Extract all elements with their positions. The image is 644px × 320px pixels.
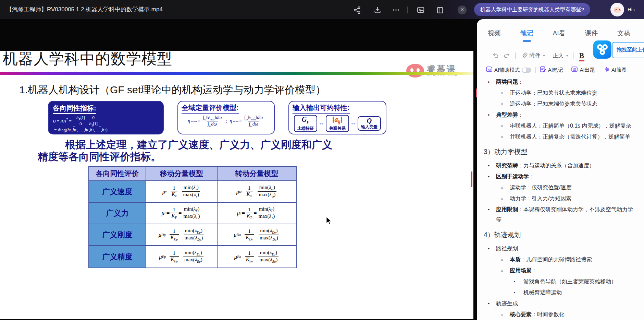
avatar-eye (616, 9, 617, 10)
ai-mindmap-icon (603, 66, 610, 74)
bullet-marker: ○ (501, 309, 510, 320)
avatar-blush (619, 10, 621, 11)
bullet-marker: ○ (501, 182, 510, 193)
tab-1[interactable]: 视频 (488, 29, 501, 42)
bullet-marker: ○ (501, 265, 510, 276)
tab-3[interactable]: AI看 (553, 29, 566, 42)
table-header-cell: 移动分量模型 (146, 167, 218, 181)
rainbow-divider (0, 72, 473, 75)
assistant-avatar[interactable] (610, 3, 624, 16)
notes-panel: 视频笔记AI看课件文稿 附件 正文 B (477, 19, 644, 320)
chevron-down-icon (566, 55, 569, 57)
note-item: ○动力学：引入力/力矩因素 (484, 193, 634, 204)
note-section: 4）轨迹规划 (484, 229, 634, 240)
undo-icon[interactable] (492, 52, 499, 59)
bullet-marker: ○ (501, 254, 510, 265)
redo-icon[interactable] (503, 52, 510, 59)
bullet-marker: ● (488, 244, 496, 254)
note-item: ○本质：几何空间的无碰撞路径搜索 (484, 254, 634, 265)
bullet-marker: ○ (501, 132, 510, 142)
isotropy-index-box: 各向同性指标: B = AAT = hF[I]0 0hT[I] = diag(h… (48, 101, 164, 134)
global-evaluation-box: 全域定量评价模型: ηvmax = ∫ω‖vmax‖dω∫ωdω ； ηvmin… (177, 101, 275, 134)
io-chain-node: Q输入变量 (358, 116, 381, 131)
note-item: ▪机械臂避障运动 (484, 287, 634, 298)
download-icon[interactable] (373, 6, 382, 14)
picture-in-picture-icon[interactable] (417, 6, 425, 14)
ai-tools-bar: AIAI辅助模式AI笔记100AI出题AI脑图 (486, 65, 627, 75)
io-reducibility-box: 输入输出可约特性: GF末端特征⇔[aij]关联关系⇔Q输入变量 (288, 101, 386, 134)
mouse-cursor (325, 217, 332, 225)
bullet-marker: ● (488, 204, 496, 225)
bullet-marker: ○ (501, 193, 510, 204)
more-options-icon[interactable] (392, 6, 400, 14)
lecture-slide: 机器人学科中的数学模型 睿慕课 AIIMOOC.COM 1.机器人机构设计（GF… (0, 51, 473, 319)
assistant-greeting[interactable]: Hi› (628, 0, 635, 19)
table-row-label: 广义刚度 (89, 224, 146, 246)
ai-tool-4[interactable]: AI脑图 (603, 66, 627, 74)
note-item: ○核心要素：时间参数化 (484, 309, 634, 320)
note-item: ●应用限制：本课程仅研究刚体动力学，不涉及空气动力学等 (484, 204, 634, 225)
eta-formula: ηvmax = ∫ω‖vmax‖dω∫ωdω ； ηvmin = ∫ω‖vmin… (182, 115, 271, 128)
note-item: ●两类问题： (484, 77, 634, 87)
note-item: ○运动学：仅研究位置/速度 (484, 182, 634, 193)
isotropy-table: 各向同性评价移动分量模型转动分量模型广义速度μv = 1Kv = min(λv)… (88, 166, 297, 268)
note-item: ○并联机器人：正解复杂（需迭代计算），逆解简单 (484, 132, 634, 142)
io-chain: GF末端特征⇔[aij]关联关系⇔Q输入变量 (293, 115, 382, 132)
bullet-marker: ● (488, 77, 496, 87)
svg-text:100: 100 (573, 68, 577, 70)
bullet-marker: ▪ (514, 276, 523, 287)
table-row-label: 广义速度 (89, 181, 146, 203)
bullet-marker: ● (488, 298, 496, 309)
formula-cell: μEp = 1KEp = min(λEp)max(λEp) (146, 246, 218, 268)
ai-quiz-icon: 100 (571, 66, 578, 74)
box-title: 输入输出可约特性: (293, 103, 350, 114)
slide-heading: 1.机器人机构设计（GF set理论中的机构运动学与动力学评价模型） (19, 83, 326, 97)
course-logo: 睿慕课 AIIMOOC.COM (406, 64, 458, 78)
paragraph-style-button[interactable]: 正文 (553, 52, 569, 59)
side-panel-toggle-icon[interactable] (436, 6, 444, 14)
attachment-button[interactable]: 附件 (521, 52, 545, 59)
drag-upload-tooltip: 拖拽至此上传 (612, 42, 644, 58)
cloud-drive-icon[interactable] (593, 40, 611, 59)
note-item: ●研究范畴：力与运动的关系（含加速度） (484, 161, 634, 171)
ai-question-bubble[interactable]: 机器人学科中主要研究的机器人类型有哪些? (474, 3, 590, 16)
tab-4[interactable]: 课件 (585, 29, 598, 42)
close-question-icon[interactable]: ✕ (458, 5, 467, 14)
bold-button[interactable]: B (579, 51, 584, 60)
notes-editor[interactable]: ●两类问题：○正运动学：已知关节状态求末端位姿○逆运动学：已知末端位姿求关节状态… (477, 76, 644, 320)
table-row-label: 广义力 (89, 203, 146, 224)
paperclip-icon (521, 52, 528, 59)
red-marker (471, 171, 472, 187)
note-item: ●路径规划 (484, 244, 634, 254)
ai-assist-toggle[interactable] (522, 68, 531, 73)
video-title: 【汽修工程师】RV030005 1.2 机器人学科中的数学模型.mp4 (6, 0, 163, 19)
note-item: ●典型差异： (484, 110, 634, 120)
slide-title: 机器人学科中的数学模型 (3, 51, 172, 69)
note-item: ▪游戏角色导航（如王者荣耀英雄移动） (484, 276, 634, 287)
video-surface[interactable]: 机器人学科中的数学模型 睿慕课 AIIMOOC.COM 1.机器人机构设计（GF… (0, 19, 477, 320)
tab-5[interactable]: 文稿 (617, 29, 630, 42)
note-item: ●区别于运动学： (484, 171, 634, 182)
ai-tool-1[interactable]: AIAI辅助模式 (486, 66, 531, 74)
formula-cell: μT = 1KT = min(λT)max(λT) (218, 203, 296, 224)
chevron-down-icon (543, 55, 545, 57)
ai-tool-3[interactable]: 100AI出题 (571, 66, 595, 74)
note-item: ○串联机器人：正解简单（0.1s 内完成），逆解复杂 (484, 121, 634, 131)
ai-badge-icon: AI (486, 66, 493, 74)
table-header-cell: 转动分量模型 (218, 167, 296, 181)
ai-note-icon (540, 66, 546, 74)
double-arrow-icon: ⇔ (350, 120, 356, 127)
tab-2[interactable]: 笔记 (520, 29, 533, 42)
share-icon[interactable] (353, 6, 361, 14)
matrix-formula: B = AAT = hF[I]0 0hT[I] (53, 115, 159, 127)
ai-tool-2[interactable]: AI笔记 (540, 66, 563, 74)
formula-cell: μEo = 1KEo = min(λEo)max(λEo) (218, 246, 296, 268)
double-arrow-icon: ⇔ (319, 120, 324, 127)
note-section: 3）动力学模型 (484, 146, 634, 157)
note-item: ○应用场景： (484, 265, 634, 276)
bullet-marker: ● (488, 171, 496, 182)
note-item: ○正运动学：已知关节状态求末端位姿 (484, 88, 634, 98)
box-title: 各向同性指标: (53, 104, 96, 114)
formula-cell: μDp = 1KDp = min(λDp)max(λDp) (146, 224, 218, 246)
io-chain-node: [aij]关联关系 (326, 115, 349, 132)
